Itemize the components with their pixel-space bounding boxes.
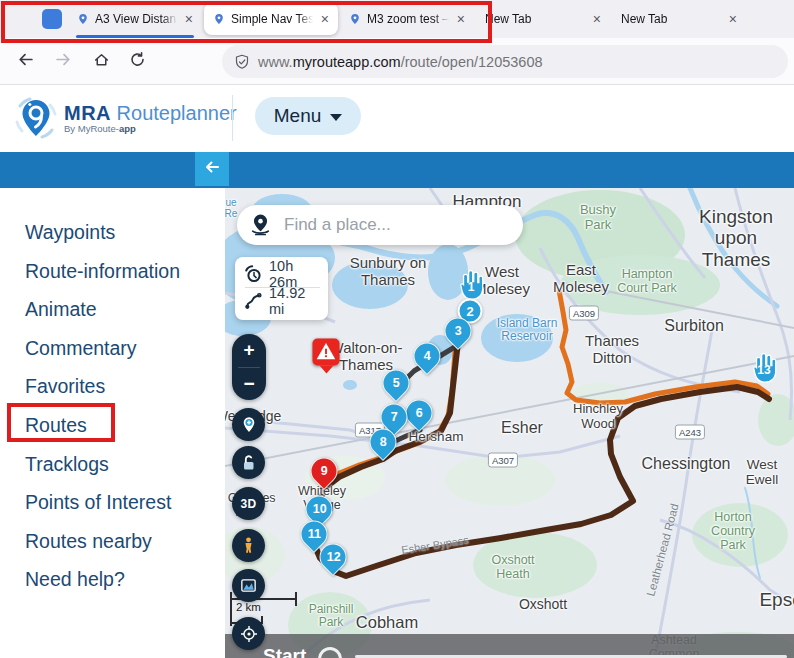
3d-view-button[interactable]: 3D [232, 487, 265, 520]
arrow-left-icon [204, 159, 220, 179]
sidebar-item-favorites[interactable]: Favorites [25, 375, 105, 397]
route-stats-card: 10h 26m 14.92 mi [235, 257, 328, 320]
center-map-button[interactable] [232, 617, 265, 650]
add-waypoint-icon [239, 415, 259, 435]
sidebar-item-points-of-interest[interactable]: Points of Interest [25, 491, 171, 513]
map-canvas[interactable]: HamptonBushyParkKingstonuponThamesSunbur… [225, 188, 794, 658]
elevation-profile-button[interactable] [232, 569, 265, 602]
brand-title: MRA Routeplanner [64, 102, 237, 125]
refresh-button[interactable] [122, 46, 152, 76]
plus-icon: + [243, 339, 254, 361]
browser-toolbar: www.myrouteapp.com/route/open/12053608 [0, 38, 794, 85]
menu-button-label: Menu [274, 105, 322, 127]
3d-icon: 3D [241, 497, 257, 511]
zoom-in-button[interactable]: + [232, 334, 266, 367]
sidebar-item-routes[interactable]: Routes [25, 414, 87, 436]
sidebar-item-route-information[interactable]: Route-information [25, 260, 180, 282]
sidebar-item-waypoints[interactable]: Waypoints [25, 221, 115, 243]
sidebar-item-routes-nearby[interactable]: Routes nearby [25, 530, 152, 552]
animate-start-bar: Start [225, 634, 794, 658]
url-bar[interactable]: www.myrouteapp.com/route/open/12053608 [222, 45, 788, 78]
map-pin-favicon [77, 13, 89, 25]
duration-icon [243, 264, 263, 284]
tab-close-icon[interactable]: × [321, 12, 329, 26]
waypoint-marker-4[interactable]: 4 [408, 337, 446, 375]
browser-tab[interactable]: New Tab× [612, 0, 746, 38]
home-button[interactable] [86, 46, 116, 76]
browser-tab[interactable]: New Tab× [476, 0, 610, 38]
tab-title: M3 zoom test – I [367, 12, 451, 26]
zoom-control: + − [232, 334, 266, 400]
forward-arrow-icon [55, 51, 72, 72]
map-pin-favicon [213, 13, 225, 25]
tab-close-icon[interactable]: × [593, 12, 601, 26]
route-distance: 14.92 mi [269, 285, 320, 317]
tab-close-icon[interactable]: × [457, 12, 465, 26]
screen: A3 View Distance×Simple Nav Test×M3 zoom… [0, 0, 794, 658]
chevron-down-icon [330, 114, 342, 121]
back-button[interactable] [10, 46, 40, 76]
tab-title: A3 View Distance [95, 12, 179, 26]
distance-icon [243, 291, 263, 311]
refresh-icon [129, 51, 146, 72]
search-placeholder: Find a place... [284, 215, 391, 235]
zoom-out-button[interactable]: − [232, 368, 266, 401]
app-header: MRA Routeplanner By MyRoute-app Menu [0, 85, 794, 152]
brand-byline: By MyRoute-app [64, 123, 136, 134]
minus-icon: − [243, 373, 254, 395]
add-waypoint-button[interactable] [232, 408, 265, 441]
browser-tab[interactable]: A3 View Distance× [68, 0, 202, 38]
tab-close-icon[interactable]: × [185, 12, 193, 26]
waypoint-marker-9[interactable]: 9 [305, 452, 343, 490]
tab-list: A3 View Distance×Simple Nav Test×M3 zoom… [68, 0, 748, 38]
lock-button[interactable] [232, 446, 265, 479]
tab-title: New Tab [621, 12, 723, 26]
sidebar-item-commentary[interactable]: Commentary [25, 337, 137, 359]
sidebar-item-tracklogs[interactable]: Tracklogs [25, 453, 109, 475]
place-pin-icon [247, 212, 274, 239]
mra-logo-icon [14, 96, 58, 144]
url-text: www.myrouteapp.com/route/open/12053608 [258, 54, 543, 70]
sidebar-item-need-help[interactable]: Need help? [25, 568, 125, 590]
tab-title: Simple Nav Test [231, 12, 315, 26]
shield-icon [234, 54, 250, 70]
sidebar-item-animate[interactable]: Animate [25, 298, 97, 320]
header-divider [232, 95, 233, 141]
waypoint-marker-5[interactable]: 5 [377, 364, 415, 402]
map-pin-favicon [349, 13, 361, 25]
browser-tab[interactable]: Simple Nav Test× [204, 3, 338, 35]
place-search[interactable]: Find a place... [237, 205, 523, 245]
forward-button[interactable] [48, 46, 78, 76]
waypoint-marker-13[interactable]: 13 [749, 352, 779, 385]
tab-close-icon[interactable]: × [729, 12, 737, 26]
waypoint-marker-1[interactable]: 1 [456, 269, 486, 302]
tab-title: New Tab [485, 12, 587, 26]
street-view-button[interactable] [232, 529, 265, 562]
road-warning-marker[interactable] [313, 339, 340, 366]
browser-tab[interactable]: M3 zoom test – I× [340, 0, 474, 38]
unlock-icon [239, 453, 259, 473]
elevation-chart-icon [239, 576, 258, 595]
tab-strip: A3 View Distance×Simple Nav Test×M3 zoom… [0, 0, 794, 38]
home-icon [93, 51, 110, 72]
start-button[interactable]: Start [263, 645, 306, 658]
sidebar-collapse-button[interactable] [195, 152, 229, 186]
app-bar [0, 152, 794, 188]
animation-slider-knob[interactable] [318, 647, 342, 658]
firefox-view-button[interactable] [42, 9, 62, 29]
menu-button[interactable]: Menu [255, 97, 361, 135]
street-view-pegman-icon [239, 536, 258, 555]
crosshair-icon [239, 624, 259, 644]
warning-triangle-icon [313, 339, 340, 366]
sidebar: WaypointsRoute-informationAnimateComment… [0, 188, 225, 658]
back-arrow-icon [17, 51, 34, 72]
